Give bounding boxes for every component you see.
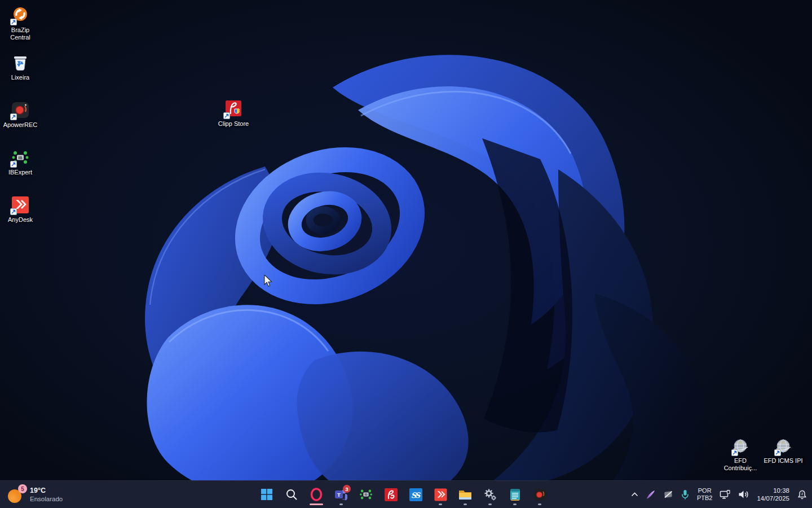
clipp-store-icon: [384, 488, 398, 502]
start-button[interactable]: [255, 483, 278, 506]
desktop-icon-label: EFDContribuiç...: [724, 457, 757, 472]
desktop-icon-efd-icms-ipi[interactable]: PVA EFD ICMS IPI: [762, 439, 805, 465]
taskbar-app-teams[interactable]: T 3: [330, 483, 352, 506]
desktop-icon-anydesk[interactable]: AnyDesk: [0, 195, 42, 224]
shortcut-arrow-icon: [10, 208, 17, 215]
taskbar-app-opera-gx[interactable]: [305, 483, 328, 506]
taskbar-app-file-explorer[interactable]: [454, 483, 476, 506]
tray-clock[interactable]: 10:38 14/07/2025: [757, 487, 789, 502]
active-app-indicator: [310, 503, 323, 505]
ibexpert-icon: IB: [11, 148, 30, 167]
svg-text:S: S: [414, 491, 421, 499]
svg-text:IB: IB: [18, 155, 23, 160]
bell-dnd-icon: z: [797, 489, 807, 500]
tray-language-indicator[interactable]: POR PTB2: [697, 487, 713, 502]
speaker-icon: [738, 490, 749, 499]
shortcut-arrow-icon: [223, 112, 230, 119]
desktop-icon-label: ApowerREC: [3, 121, 38, 129]
desktop-icon-label: Clipp Store: [218, 120, 249, 128]
weather-widget[interactable]: 5 19°C Ensolarado: [2, 483, 68, 506]
search-button[interactable]: [280, 483, 303, 506]
clock-time: 10:38: [773, 487, 789, 494]
ss-app-icon: S S: [409, 488, 423, 502]
keyboard-layout-code: PTB2: [697, 494, 713, 502]
tray-network[interactable]: [720, 489, 731, 500]
search-icon: [285, 488, 298, 501]
tray-volume[interactable]: [738, 490, 749, 499]
svg-text:z: z: [801, 492, 803, 496]
shortcut-arrow-icon: [10, 161, 17, 168]
taskbar-app-anydesk[interactable]: [429, 483, 452, 506]
running-app-indicator: [488, 503, 492, 505]
efd-icms-ipi-icon: PVA: [775, 439, 792, 456]
tray-disabled-device[interactable]: [663, 489, 673, 500]
taskbar: 5 19°C Ensolarado: [0, 480, 812, 508]
system-tray: POR PTB2 10:38 14/07/2025: [631, 481, 807, 508]
svg-text:PVA: PVA: [781, 441, 786, 444]
opera-gx-icon: [309, 487, 324, 502]
notepad-icon: [508, 488, 522, 502]
svg-text:PVA: PVA: [738, 441, 743, 444]
desktop-icon-brazip-central[interactable]: BraZipCentral: [0, 6, 42, 41]
device-disabled-icon: [663, 489, 673, 500]
brazip-central-icon: [11, 6, 30, 25]
windows-logo-icon: [261, 488, 273, 501]
desktop-icon-label: BraZipCentral: [10, 27, 30, 41]
weather-condition: Ensolarado: [30, 495, 63, 503]
shortcut-arrow-icon: [10, 19, 17, 25]
taskbar-app-icons: T 3 IB S: [255, 481, 551, 508]
anydesk-icon: [11, 195, 30, 214]
svg-text:T: T: [337, 492, 341, 498]
mouse-cursor: [264, 275, 275, 290]
running-app-indicator: [538, 503, 541, 505]
weather-temperature: 19°C: [30, 487, 63, 495]
taskbar-app-services[interactable]: [479, 483, 501, 506]
running-app-indicator: [439, 503, 442, 505]
shortcut-arrow-icon: [731, 449, 738, 456]
desktop-icon-clipp-store[interactable]: Clipp Store: [212, 99, 255, 128]
running-app-indicator: [513, 503, 517, 505]
taskbar-app-ss[interactable]: S S: [404, 483, 427, 506]
anydesk-icon: [434, 488, 448, 502]
taskbar-app-apowerrec[interactable]: [528, 483, 551, 506]
desktop-icon-label: Lixeira: [11, 74, 29, 81]
taskbar-app-ibexpert[interactable]: IB: [355, 483, 377, 506]
language-code: POR: [698, 487, 712, 494]
efd-contribuicoes-icon: PVA: [732, 439, 749, 456]
taskbar-app-clipp-store[interactable]: [379, 483, 402, 506]
microphone-icon: [681, 489, 690, 500]
recycle-bin-icon: [11, 53, 30, 72]
gears-icon: [483, 487, 497, 502]
file-explorer-icon: [458, 487, 473, 502]
shortcut-arrow-icon: [10, 113, 17, 120]
apowerrec-icon: [11, 100, 30, 120]
taskbar-app-notepad[interactable]: [504, 483, 526, 506]
desktop-icon-label: IBExpert: [8, 169, 32, 176]
running-app-indicator: [339, 503, 343, 505]
teams-notification-badge: 3: [343, 485, 351, 493]
desktop-icon-apowerrec[interactable]: ApowerREC: [0, 100, 42, 129]
widget-notification-badge: 5: [18, 484, 27, 493]
tray-show-hidden-icons[interactable]: [631, 492, 638, 497]
svg-text:IB: IB: [364, 493, 368, 496]
feather-icon: [646, 489, 656, 500]
weather-sun-icon: 5: [8, 485, 25, 503]
desktop-icon-ibexpert[interactable]: IB IBExpert: [0, 148, 42, 176]
desktop-icon-efd-contribuicoes[interactable]: PVA EFDContribuiç...: [719, 439, 762, 472]
desktop-icon-label: EFD ICMS IPI: [764, 457, 802, 465]
ibexpert-icon: IB: [359, 487, 373, 502]
desktop-icon-label: AnyDesk: [8, 216, 33, 224]
apowerrec-icon: [533, 488, 547, 502]
tray-pen-app[interactable]: [646, 489, 656, 500]
tray-notifications[interactable]: z: [797, 489, 807, 500]
clock-date: 14/07/2025: [757, 494, 789, 502]
shortcut-arrow-icon: [774, 449, 781, 456]
desktop-icon-lixeira[interactable]: Lixeira: [0, 53, 42, 81]
network-ethernet-icon: [720, 489, 731, 500]
desktop-wallpaper: [0, 0, 812, 508]
running-app-indicator: [464, 503, 467, 505]
clipp-store-icon: [224, 99, 243, 119]
chevron-up-icon: [631, 492, 638, 497]
tray-microphone[interactable]: [681, 489, 690, 500]
